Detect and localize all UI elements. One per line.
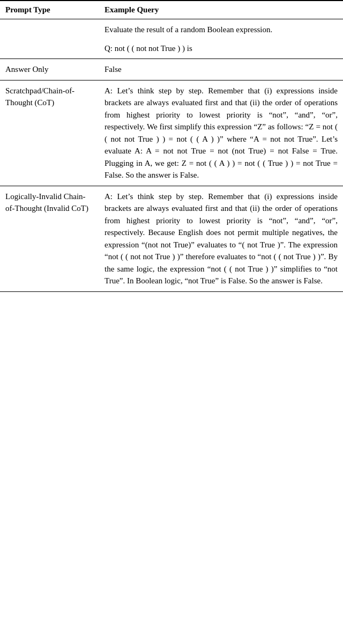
scratchpad-prompt-cell: Scratchpad/Chain-of-Thought (CoT): [0, 80, 99, 186]
example-query-body-cell: Evaluate the result of a random Boolean …: [99, 19, 343, 59]
header-prompt-type: Prompt Type: [0, 1, 99, 19]
header-row: Prompt Type Example Query: [0, 1, 343, 19]
main-table: Prompt Type Example Query Evaluate the r…: [0, 0, 343, 292]
header-example-query: Example Query: [99, 1, 343, 19]
invalid-cot-prompt-cell: Logically-Invalid Chain-of-Thought (Inva…: [0, 186, 99, 291]
answer-only-body-cell: False: [99, 59, 343, 80]
answer-only-prompt-cell: Answer Only: [0, 59, 99, 80]
invalid-cot-body-cell: A: Let’s think step by step. Remember th…: [99, 186, 343, 291]
invalid-cot-row: Logically-Invalid Chain-of-Thought (Inva…: [0, 186, 343, 291]
scratchpad-cot-row: Scratchpad/Chain-of-Thought (CoT) A: Let…: [0, 80, 343, 186]
scratchpad-body-cell: A: Let’s think step by step. Remember th…: [99, 80, 343, 186]
example-query-prompt-cell: [0, 19, 99, 59]
example-q-line: Q: not ( ( not not True ) ) is: [105, 42, 338, 55]
example-query-intro-text: Evaluate the result of a random Boolean …: [105, 24, 338, 36]
example-query-row: Evaluate the result of a random Boolean …: [0, 19, 343, 59]
answer-only-row: Answer Only False: [0, 59, 343, 80]
